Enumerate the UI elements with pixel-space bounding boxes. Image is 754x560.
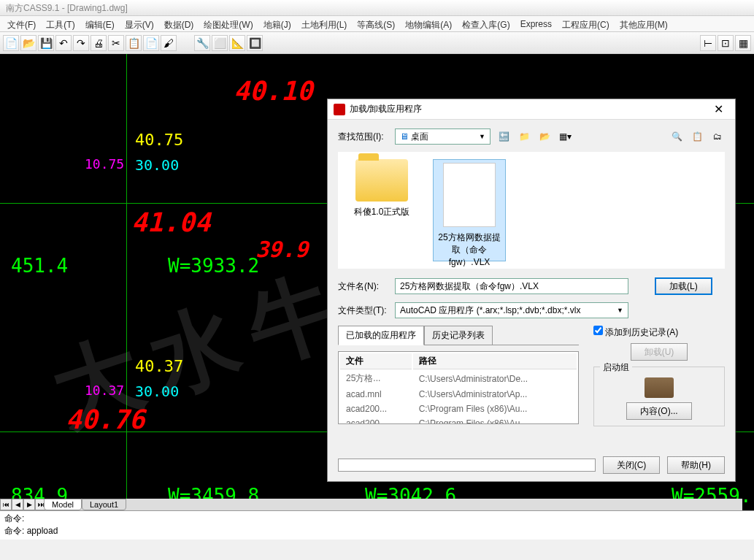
elevation-text: 10.75 <box>85 156 124 172</box>
tab-layout1[interactable]: Layout1 <box>82 499 126 510</box>
loaded-list[interactable]: 文件路径 25方格...C:\Users\Administrator\De...… <box>338 351 579 424</box>
menu-draw[interactable]: 绘图处理(W) <box>199 18 257 30</box>
table-row[interactable]: acad.mnlC:\Users\Administrator\Ap... <box>340 388 577 401</box>
menu-landuse[interactable]: 土地利用(L) <box>297 18 352 30</box>
up-icon[interactable]: 📁 <box>517 129 531 144</box>
elevation-text: 40.76 <box>66 404 145 434</box>
elevation-text: 30.00 <box>135 156 179 174</box>
filetype-value: AutoCAD 应用程序 (*.arx;*.lsp;*.dvb;*.dbx;*.… <box>400 304 580 317</box>
menu-bar: 文件(F) 工具(T) 编辑(E) 显示(V) 数据(D) 绘图处理(W) 地籍… <box>0 16 754 32</box>
col-path: 路径 <box>413 353 577 369</box>
views-icon[interactable]: ▦▾ <box>558 129 572 144</box>
newfolder-icon[interactable]: 📂 <box>537 129 552 144</box>
menu-contour[interactable]: 等高线(S) <box>353 18 399 30</box>
tool2-icon[interactable]: ⬜ <box>212 35 228 51</box>
chevron-down-icon: ▼ <box>617 307 623 314</box>
match-icon[interactable]: 🖌 <box>161 35 177 51</box>
close-button[interactable]: 关闭(C) <box>603 456 661 474</box>
filetype-combo[interactable]: AutoCAD 应用程序 (*.arx;*.lsp;*.dvb;*.dbx;*.… <box>395 302 628 318</box>
menu-data[interactable]: 数据(D) <box>160 18 199 30</box>
menu-engineering[interactable]: 工程应用(C) <box>558 18 614 30</box>
filename-label: 文件名(N): <box>338 280 389 293</box>
toolbar: 📄 📂 💾 ↶ ↷ 🖨 ✂ 📋 📄 🖌 🔧 ⬜ 📐 🔲 ⊢ ⊡ ▦ <box>0 32 754 54</box>
app-icon <box>334 104 345 115</box>
menu-other[interactable]: 其他应用(M) <box>615 18 672 30</box>
menu-express[interactable]: Express <box>516 18 556 30</box>
tool-icon[interactable]: 🔧 <box>194 35 210 51</box>
elevation-text: 40.75 <box>135 131 183 149</box>
scroll-right-icon[interactable]: ▶ <box>23 499 35 510</box>
dialog-title: 加载/卸载应用程序 <box>350 103 422 115</box>
load-button[interactable]: 加载(L) <box>655 277 712 295</box>
unload-button: 卸载(U) <box>631 343 688 361</box>
find-icon[interactable]: 🔍 <box>669 129 684 144</box>
title-bar: 南方CASS9.1 - [Drawing1.dwg] <box>0 0 754 16</box>
desktop-icon: 🖥 <box>400 131 409 142</box>
contents-button[interactable]: 内容(O)... <box>626 402 691 420</box>
menu-tools[interactable]: 工具(T) <box>42 18 79 30</box>
tab-model[interactable]: Model <box>44 499 82 510</box>
col-file: 文件 <box>340 353 412 369</box>
elevation-text: 30.00 <box>135 383 179 400</box>
lookin-value: 桌面 <box>411 131 428 143</box>
redo-icon[interactable]: ↷ <box>73 35 89 51</box>
elevation-text: 10.37 <box>85 383 124 398</box>
snap-icon[interactable]: ⊡ <box>718 35 734 51</box>
table-row[interactable]: 25方格...C:\Users\Administrator\De... <box>340 371 577 386</box>
elevation-text: 451.4 <box>11 255 68 277</box>
menu-check[interactable]: 检查入库(G) <box>458 18 514 30</box>
save-icon[interactable]: 💾 <box>38 35 54 51</box>
scroll-left-icon[interactable]: ◀ <box>12 499 23 510</box>
elevation-text: 40.10 <box>234 76 312 106</box>
filename-input[interactable] <box>395 278 628 294</box>
file-item-selected[interactable]: 25方格网数据提取（命令fgw）.VLX <box>433 159 506 261</box>
dialog-titlebar[interactable]: 加载/卸载应用程序 ✕ <box>328 99 735 120</box>
folder-item[interactable]: 科傻1.0正式版 <box>345 159 418 261</box>
scrollbar-horizontal[interactable]: ⏮ ◀ ▶ ⏭ Model Layout1 <box>0 499 742 510</box>
dim-icon[interactable]: ⊢ <box>700 35 716 51</box>
menu-view[interactable]: 显示(V) <box>120 18 158 30</box>
open-icon[interactable]: 📂 <box>20 35 36 51</box>
folder-label: 科傻1.0正式版 <box>345 206 418 218</box>
new-icon[interactable]: 📄 <box>3 35 19 51</box>
menu-cadastre[interactable]: 地籍(J) <box>259 18 296 30</box>
tool3-icon[interactable]: 📐 <box>229 35 245 51</box>
scroll-first-icon[interactable]: ⏮ <box>0 499 12 510</box>
undo-icon[interactable]: ↶ <box>55 35 72 51</box>
menu-objedit[interactable]: 地物编辑(A) <box>401 18 456 30</box>
tab-history[interactable]: 历史记录列表 <box>424 326 493 345</box>
cut-icon[interactable]: ✂ <box>108 35 124 51</box>
tool-a-icon[interactable]: 📋 <box>690 129 704 144</box>
print-icon[interactable]: 🖨 <box>91 35 107 51</box>
cmd-line-2: 命令: appload <box>4 525 750 537</box>
startup-group: 启动组 内容(O)... <box>593 367 725 426</box>
cmd-line-1: 命令: <box>4 513 750 525</box>
paste-icon[interactable]: 📄 <box>143 35 159 51</box>
tool-b-icon[interactable]: 🗂 <box>710 129 725 144</box>
table-row[interactable]: acad200...C:\Program Files (x86)\Au... <box>340 417 577 424</box>
lookin-combo[interactable]: 🖥 桌面 ▼ <box>395 129 491 145</box>
elevation-text: 40.37 <box>135 357 183 375</box>
file-icon <box>443 163 496 227</box>
addhistory-checkbox[interactable]: 添加到历史记录(A) <box>593 327 678 337</box>
command-line[interactable]: 命令: 命令: appload <box>0 510 754 540</box>
tool4-icon[interactable]: 🔲 <box>247 35 263 51</box>
menu-file[interactable]: 文件(F) <box>3 18 40 30</box>
elevation-text: 39.9 <box>255 237 308 262</box>
chevron-down-icon: ▼ <box>479 133 485 140</box>
appload-dialog: 加载/卸载应用程序 ✕ 查找范围(I): 🖥 桌面 ▼ 🔙 📁 📂 ▦▾ 🔍 📋… <box>327 99 736 482</box>
help-button[interactable]: 帮助(H) <box>667 456 725 474</box>
back-icon[interactable]: 🔙 <box>496 129 511 144</box>
briefcase-icon <box>645 377 674 398</box>
elevation-text: 41.04 <box>131 207 210 237</box>
grid-icon[interactable]: ▦ <box>735 35 751 51</box>
copy-icon[interactable]: 📋 <box>126 35 142 51</box>
file-list[interactable]: 科傻1.0正式版 25方格网数据提取（命令fgw）.VLX <box>338 152 725 269</box>
folder-icon <box>355 159 408 202</box>
elevation-text: W=3933.2 <box>168 255 259 277</box>
tab-loaded[interactable]: 已加载的应用程序 <box>338 326 424 345</box>
table-row[interactable]: acad200...C:\Program Files (x86)\Au... <box>340 402 577 415</box>
menu-edit[interactable]: 编辑(E) <box>81 18 119 30</box>
status-progress <box>338 459 596 472</box>
close-icon[interactable]: ✕ <box>708 102 729 116</box>
